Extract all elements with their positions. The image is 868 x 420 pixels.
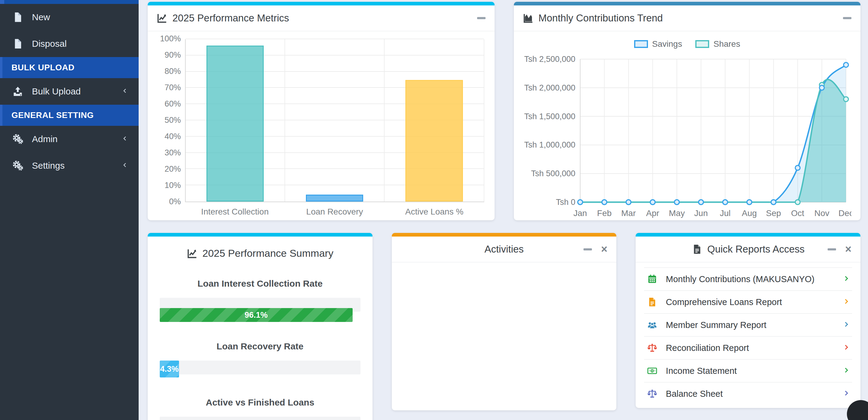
card-title: Monthly Contributions Trend	[523, 12, 663, 24]
chevron-right-icon	[842, 343, 850, 353]
report-label: Reconciliation Report	[666, 343, 749, 353]
svg-text:Tsh 0: Tsh 0	[556, 198, 575, 207]
report-item-member-summary[interactable]: Member Summary Report	[644, 313, 852, 336]
chevron-left-icon	[121, 161, 128, 171]
legend-label: Shares	[713, 39, 740, 49]
legend-label: Savings	[652, 39, 682, 49]
summary-title: 2025 Performance Summary	[160, 247, 361, 259]
chart-line-icon	[157, 13, 167, 24]
progress-loan-recovery: 4.3%	[160, 361, 361, 378]
svg-text:Tsh 1,000,000: Tsh 1,000,000	[524, 140, 575, 149]
y-tick-label: 0%	[169, 197, 181, 206]
progress-track	[160, 417, 361, 420]
y-tick-label: 90%	[164, 50, 181, 60]
sidebar-item-admin[interactable]: Admin	[0, 126, 138, 152]
y-tick-label: 80%	[164, 67, 181, 76]
close-icon[interactable]: ×	[601, 244, 607, 255]
y-tick-label: 60%	[164, 99, 181, 109]
line-chart: Savings Shares Tsh 0Tsh 500,000Tsh 1,000…	[514, 31, 861, 226]
balance-scale-icon	[647, 388, 658, 399]
file-alt-icon	[692, 244, 703, 255]
sidebar-section-bulk-upload: BULK UPLOAD	[0, 57, 138, 78]
chevron-left-icon	[121, 134, 128, 144]
minimize-button[interactable]	[584, 248, 592, 250]
chevron-right-icon	[842, 366, 850, 375]
card-title-text: Monthly Contributions Trend	[538, 12, 663, 24]
legend-swatch	[634, 40, 648, 48]
report-item-reconciliation[interactable]: Reconciliation Report	[644, 336, 852, 359]
progress-interest-collection: 96.1%	[160, 298, 361, 322]
x-category-label: Loan Recovery	[285, 207, 384, 217]
gears-icon	[11, 133, 25, 145]
svg-text:Oct: Oct	[791, 208, 804, 218]
svg-text:May: May	[669, 208, 685, 218]
svg-text:Apr: Apr	[646, 208, 659, 218]
card-title: Activities	[484, 244, 524, 255]
reports-list: Monthly Contributions (MAKUSANYO) Compre…	[636, 262, 861, 405]
svg-text:Tsh 500,000: Tsh 500,000	[531, 169, 575, 178]
card-header: Quick Reports Access ×	[636, 236, 861, 262]
gears-icon	[11, 160, 25, 172]
legend-item-savings[interactable]: Savings	[634, 39, 682, 49]
report-item-comprehensive-loans[interactable]: Comprehensive Loans Report	[644, 290, 852, 313]
bar-0	[207, 46, 264, 201]
activities-card: Activities ×	[392, 233, 617, 410]
report-item-income-statement[interactable]: Income Statement	[644, 359, 852, 382]
card-title: Quick Reports Access	[692, 244, 805, 255]
y-tick-label: 30%	[164, 148, 181, 158]
upload-icon	[11, 85, 25, 97]
minimize-button[interactable]	[828, 248, 836, 250]
monthly-contributions-card: Monthly Contributions Trend Savings Shar…	[514, 2, 861, 220]
sidebar-item-bulk-upload[interactable]: Bulk Upload	[0, 78, 138, 105]
card-header: Activities ×	[392, 236, 617, 262]
card-tools	[477, 17, 486, 19]
bar-chart-y-axis: 0%10%20%30%40%50%60%70%80%90%100%	[156, 39, 185, 202]
y-tick-label: 20%	[164, 164, 181, 174]
svg-text:Sep: Sep	[766, 208, 781, 218]
bar-1	[306, 195, 363, 201]
svg-text:Jun: Jun	[694, 208, 708, 218]
svg-text:Aug: Aug	[742, 208, 757, 218]
users-icon	[647, 319, 658, 331]
progress-bar: 4.3%	[160, 361, 179, 377]
progress-track	[160, 361, 361, 374]
progress-heading: Active vs Finished Loans	[160, 397, 361, 408]
svg-text:Jul: Jul	[720, 208, 731, 218]
y-tick-label: 40%	[164, 132, 181, 141]
bar-chart-x-axis: Interest CollectionLoan RecoveryActive L…	[156, 207, 484, 217]
sidebar-item-disposal[interactable]: Disposal	[0, 30, 138, 57]
legend-item-shares[interactable]: Shares	[695, 39, 740, 49]
report-item-balance-sheet[interactable]: Balance Sheet	[644, 382, 852, 405]
progress-active-loans: Active: 75.0%	[160, 417, 361, 420]
balance-scale-icon	[647, 342, 658, 354]
minimize-button[interactable]	[477, 17, 486, 19]
file-icon	[11, 11, 25, 23]
sidebar-item-settings[interactable]: Settings	[0, 152, 138, 179]
y-tick-label: 100%	[160, 34, 181, 44]
file-icon	[647, 296, 658, 308]
chevron-right-icon	[842, 389, 850, 398]
report-label: Monthly Contributions (MAKUSANYO)	[666, 274, 814, 284]
quick-reports-card: Quick Reports Access × Monthly Contribut…	[636, 233, 861, 408]
svg-text:Tsh 1,500,000: Tsh 1,500,000	[524, 112, 575, 121]
chart-area-icon	[523, 13, 534, 24]
svg-text:Dec: Dec	[838, 208, 851, 218]
report-item-monthly-contributions[interactable]: Monthly Contributions (MAKUSANYO)	[644, 267, 852, 290]
progress-value: 4.3%	[160, 364, 179, 374]
report-label: Member Summary Report	[666, 320, 767, 330]
chevron-left-icon	[121, 86, 128, 96]
x-category-label: Interest Collection	[185, 207, 285, 217]
sidebar-active-item-partial[interactable]	[0, 0, 138, 4]
main-content: 2025 Performance Metrics 0%10%20%30%40%5…	[138, 0, 868, 420]
svg-text:Tsh 2,500,000: Tsh 2,500,000	[524, 55, 575, 64]
svg-text:Tsh 2,000,000: Tsh 2,000,000	[524, 83, 575, 92]
y-tick-label: 70%	[164, 83, 181, 92]
minimize-button[interactable]	[843, 17, 851, 19]
close-icon[interactable]: ×	[845, 244, 851, 255]
money-bill-icon	[647, 365, 658, 376]
chevron-right-icon	[842, 275, 850, 284]
report-label: Comprehensive Loans Report	[666, 297, 782, 307]
svg-text:Jan: Jan	[573, 208, 587, 218]
sidebar-item-new[interactable]: New	[0, 4, 138, 30]
progress-heading: Loan Interest Collection Rate	[160, 279, 361, 289]
